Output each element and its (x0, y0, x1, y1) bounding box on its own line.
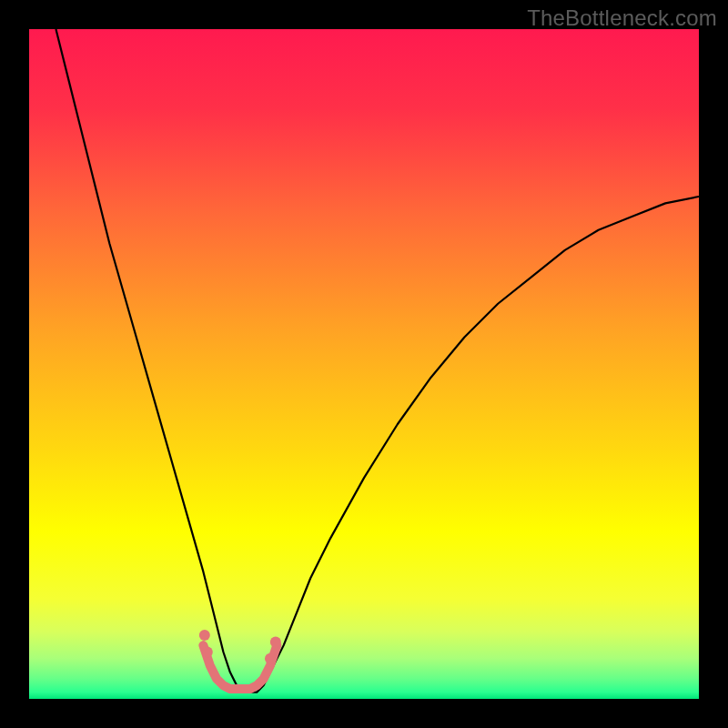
trough-dot (265, 653, 276, 664)
chart-frame: TheBottleneck.com (0, 0, 728, 728)
trough-dot (270, 636, 281, 647)
trough-dot (202, 646, 213, 657)
plot-area (29, 29, 699, 699)
bottleneck-curve (56, 29, 699, 693)
trough-marker (203, 645, 277, 689)
watermark-text: TheBottleneck.com (527, 5, 717, 31)
trough-dot (199, 630, 210, 641)
curves-layer (29, 29, 699, 699)
